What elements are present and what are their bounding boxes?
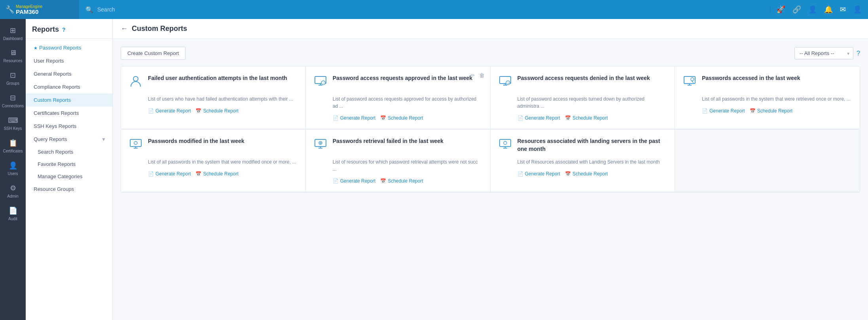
certificates-icon: 📋	[9, 139, 17, 147]
nav-item-label: Admin	[7, 194, 18, 198]
sidebar-title: Reports ?	[26, 19, 112, 39]
report-actions-5: 📄 Generate Report 📅 Schedule Report	[129, 171, 298, 177]
bell-icon[interactable]: 🔔	[824, 5, 833, 14]
nav-item-label: Dashboard	[3, 36, 23, 41]
svg-point-19	[134, 141, 137, 145]
sidebar-item-label: SSH Keys Reports	[34, 123, 76, 129]
svg-point-14	[691, 78, 694, 81]
toolbar-help-icon[interactable]: ?	[857, 50, 860, 57]
generate-report-btn-3[interactable]: 📄 Generate Report	[517, 115, 560, 121]
nav-item-groups[interactable]: ⊡ Groups	[0, 67, 26, 90]
nav-item-audit[interactable]: 📄 Audit	[0, 202, 26, 225]
generate-icon: 📄	[517, 171, 523, 177]
search-input[interactable]	[97, 6, 764, 13]
content-body: Create Custom Report -- All Reports -- P…	[113, 39, 868, 320]
schedule-report-btn-5[interactable]: 📅 Schedule Report	[195, 171, 238, 177]
schedule-report-btn-4[interactable]: 📅 Schedule Report	[750, 108, 792, 114]
sidebar-item-label: Compliance Reports	[34, 84, 80, 90]
nav-item-label: Connections	[2, 104, 24, 108]
generate-report-btn-6[interactable]: 📄 Generate Report	[333, 178, 375, 184]
sidebar-help-icon[interactable]: ?	[62, 27, 66, 33]
generate-report-btn-4[interactable]: 📄 Generate Report	[702, 108, 745, 114]
mail-icon[interactable]: ✉	[840, 5, 846, 14]
generate-report-btn-1[interactable]: 📄 Generate Report	[148, 108, 191, 114]
nav-item-label: Resources	[4, 59, 23, 63]
nav-item-label: Groups	[6, 81, 19, 86]
sidebar-item-label: Certificates Reports	[34, 110, 79, 116]
back-arrow-icon[interactable]: ←	[121, 25, 128, 33]
report-actions-4: 📄 Generate Report 📅 Schedule Report	[683, 108, 852, 114]
sidebar-item-user-reports[interactable]: User Reports	[26, 54, 112, 67]
generate-report-btn-7[interactable]: 📄 Generate Report	[517, 171, 560, 177]
generate-report-btn-5[interactable]: 📄 Generate Report	[148, 171, 191, 177]
report-card-2: ✏ 🗑 ✓ Passwor	[306, 67, 491, 129]
report-desc-2: List of password access requests approve…	[314, 95, 482, 110]
search-area: 🔍	[79, 6, 770, 13]
report-card-1: Failed user authentication attempts in t…	[121, 67, 306, 129]
profile-icon[interactable]: 👤	[853, 5, 862, 14]
create-custom-report-button[interactable]: Create Custom Report	[121, 47, 186, 60]
nav-item-users[interactable]: 👤 Users	[0, 157, 26, 180]
sidebar-item-general-reports[interactable]: General Reports	[26, 67, 112, 80]
user-add-icon[interactable]: 👤	[808, 5, 817, 14]
nav-item-resources[interactable]: 🖥 Resources	[0, 45, 26, 67]
schedule-icon: 📅	[380, 115, 386, 121]
report-title-3: Password access requests denied in the l…	[517, 74, 650, 82]
sidebar-item-query-reports[interactable]: Query Reports ▼	[26, 133, 112, 146]
schedule-icon: 📅	[380, 178, 386, 184]
monitor-report-icon-3: ✕	[498, 74, 512, 91]
report-actions-3: 📄 Generate Report 📅 Schedule Report	[498, 115, 667, 121]
sidebar-item-certificates-reports[interactable]: Certificates Reports	[26, 107, 112, 120]
report-title-5: Passwords modified in the last week	[148, 137, 244, 145]
search-icon: 🔍	[85, 6, 93, 13]
schedule-report-btn-2[interactable]: 📅 Schedule Report	[380, 115, 423, 121]
left-nav: ⊞ Dashboard 🖥 Resources ⊡ Groups ⊟ Conne…	[0, 19, 26, 320]
sidebar-item-label: Resource Groups	[34, 186, 74, 192]
sidebar-item-ssh-keys-reports[interactable]: SSH Keys Reports	[26, 120, 112, 133]
sidebar-sub-item-manage-categories[interactable]: Manage Categories	[26, 170, 112, 183]
sshkeys-icon: ⌨	[8, 116, 18, 125]
report-card-header-7: Resources associated with landing server…	[498, 137, 667, 154]
report-card-header-3: ✕ Password access requests denied in the…	[498, 74, 667, 91]
sidebar-sub-item-search-reports[interactable]: Search Reports	[26, 146, 112, 158]
nav-item-admin[interactable]: ⚙ Admin	[0, 180, 26, 202]
nav-item-dashboard[interactable]: ⊞ Dashboard	[0, 22, 26, 45]
nav-item-label: Audit	[8, 217, 17, 221]
report-title-2: Password access requests approved in the…	[333, 74, 472, 82]
delete-icon[interactable]: 🗑	[479, 72, 485, 78]
report-actions-2: 📄 Generate Report 📅 Schedule Report	[314, 115, 482, 121]
report-desc-4: List of all passwords in the system that…	[683, 95, 852, 103]
sidebar-item-label: User Reports	[34, 58, 64, 64]
schedule-report-btn-6[interactable]: 📅 Schedule Report	[380, 178, 423, 184]
sidebar-item-password-reports[interactable]: ★Password Reports	[26, 41, 112, 54]
sidebar-item-label: General Reports	[34, 71, 71, 77]
nav-item-connections[interactable]: ⊟ Connections	[0, 90, 26, 112]
sidebar-item-compliance-reports[interactable]: Compliance Reports	[26, 80, 112, 93]
generate-report-btn-2[interactable]: 📄 Generate Report	[333, 115, 375, 121]
filter-wrapper: -- All Reports -- Password Reports User …	[794, 47, 853, 59]
nav-item-certificates[interactable]: 📋 Certificates	[0, 135, 26, 157]
link-icon[interactable]: 🔗	[792, 5, 801, 14]
nav-item-sshkeys[interactable]: ⌨ SSH Keys	[0, 112, 26, 135]
all-reports-select[interactable]: -- All Reports -- Password Reports User …	[794, 47, 853, 59]
report-card-header-5: Passwords modified in the last week	[129, 137, 298, 154]
sidebar-item-custom-reports[interactable]: Custom Reports	[26, 93, 112, 107]
user-report-icon	[129, 74, 142, 91]
logo-icon: 🔧	[6, 5, 14, 14]
sidebar-item-resource-groups[interactable]: Resource Groups	[26, 183, 112, 196]
svg-point-29	[504, 141, 507, 145]
report-card-header-4: Passwords accessed in the last week	[683, 74, 852, 91]
schedule-icon: 📅	[565, 171, 571, 177]
schedule-report-btn-1[interactable]: 📅 Schedule Report	[195, 108, 238, 114]
report-actions-7: 📄 Generate Report 📅 Schedule Report	[498, 171, 667, 177]
schedule-report-btn-3[interactable]: 📅 Schedule Report	[565, 115, 608, 121]
sidebar-sub-item-favorite-reports[interactable]: Favorite Reports	[26, 158, 112, 170]
schedule-icon: 📅	[195, 171, 201, 177]
edit-icon[interactable]: ✏	[470, 72, 475, 78]
report-card-3: ✕ Password access requests denied in the…	[491, 67, 675, 129]
schedule-report-btn-7[interactable]: 📅 Schedule Report	[565, 171, 608, 177]
report-card-header-6: Passwords retrieval failed in the last w…	[314, 137, 482, 154]
rocket-icon[interactable]: 🚀	[777, 5, 785, 14]
svg-text:✓: ✓	[322, 82, 324, 84]
content-header: ← Custom Reports	[113, 19, 868, 39]
